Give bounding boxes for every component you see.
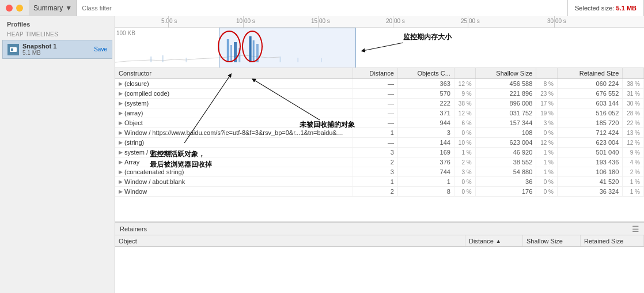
retainers-table-header: Object Distance ▲ Shallow Size Retained … [115,235,644,247]
expand-arrow-icon[interactable]: ▶ [119,149,123,155]
cell-distance-3: — [353,108,398,118]
expand-arrow-icon[interactable]: ▶ [119,140,123,145]
top-bar: Summary ▼ Selected size: 5.1 MB [0,0,644,16]
table-row[interactable]: ▶ Window / about:blank 1 1 0 % 36 0 % 41… [115,177,644,187]
toolbar-right: Summary ▼ Selected size: 5.1 MB [29,0,644,16]
cell-ret-pct-6: 12 % [623,138,644,148]
expand-arrow-icon[interactable]: ▶ [119,120,123,126]
cell-objects-11: 8 [397,187,454,197]
table-row[interactable]: ▶ Window / https://www.baidu.com/s?ie=ut… [115,128,644,138]
cell-shallow-9: 54 880 [475,167,536,177]
expand-arrow-icon[interactable]: ▶ [119,91,123,96]
cell-distance-6: — [353,138,398,148]
cell-objects-8: 376 [397,157,454,167]
th-objects: Objects C... [397,68,454,79]
cell-distance-11: 2 [353,187,398,197]
svg-rect-2 [227,39,229,62]
snapshot-item[interactable]: Snapshot 1 5.1 MB Save [2,40,112,59]
cell-distance-1: — [353,89,398,99]
dropdown-arrow-icon: ▼ [65,4,72,12]
main-content: Profiles HEAP TIMELINES Snapshot 1 5.1 M… [0,16,644,293]
tick-line-2 [243,16,244,28]
cell-ret-pct-9: 2 % [623,167,644,177]
cell-retained-0: 060 224 [557,79,622,89]
retainers-collapse-icon[interactable]: ☰ [632,225,639,233]
expand-arrow-icon[interactable]: ▶ [119,189,123,194]
cell-ret-pct-5: 13 % [623,128,644,138]
table-row[interactable]: ▶ (concatenated string) 3 744 3 % 54 880… [115,167,644,177]
cell-ret-pct-0: 38 % [623,79,644,89]
cell-sh-pct-3: 19 % [536,108,558,118]
snapshot-icon [7,44,19,55]
cell-constructor-6: ▶ (string) [115,138,353,148]
tick-line-6 [554,16,555,28]
table-row[interactable]: ▶ (system) — 222 38 % 896 008 17 % 603 1… [115,99,644,108]
cell-sh-pct-1: 23 % [536,89,558,99]
snapshot-name: Snapshot 1 [22,43,94,50]
cell-objects-6: 144 [397,138,454,148]
table-row[interactable]: ▶ (array) — 371 12 % 031 752 19 % 516 05… [115,108,644,118]
expand-arrow-icon[interactable]: ▶ [119,169,123,175]
th-objects-pct [454,68,475,79]
cell-obj-pct-7: 1 % [454,148,475,157]
save-link[interactable]: Save [94,46,107,52]
table-row[interactable]: ▶ (compiled code) — 570 9 % 221 896 23 %… [115,89,644,99]
svg-rect-1 [11,48,13,51]
cell-shallow-8: 38 552 [475,157,536,167]
ruler-tick-3: 15.00 s [311,18,330,24]
selected-size-display: Selected size: 5.1 MB [568,0,644,16]
sidebar: Profiles HEAP TIMELINES Snapshot 1 5.1 M… [0,16,115,293]
window-controls [0,5,29,12]
svg-rect-7 [253,40,255,62]
cell-retained-7: 501 040 [557,148,622,157]
sort-arrow-icon: ▲ [496,238,501,244]
svg-rect-4 [234,42,237,62]
th-retained-pct [623,68,644,79]
table-row[interactable]: ▶ (closure) — 363 12 % 456 588 8 % 060 2… [115,79,644,89]
cell-obj-pct-6: 10 % [454,138,475,148]
snapshot-size: 5.1 MB [22,50,94,56]
table-row[interactable]: ▶ Window 2 8 0 % 176 0 % 36 324 1 % [115,187,644,197]
table-row[interactable]: ▶ Object — 944 6 % 157 344 3 % 185 720 2… [115,118,644,128]
expand-arrow-icon[interactable]: ▶ [119,159,123,165]
data-table: Constructor Distance Objects C... Shallo… [115,68,644,197]
ret-col-distance: Distance ▲ [465,235,523,246]
minimize-button[interactable] [16,5,23,12]
table-row[interactable]: ▶ (string) — 144 10 % 623 004 12 % 623 0… [115,138,644,148]
summary-label: Summary [33,4,63,12]
svg-rect-12 [280,57,281,62]
cell-distance-9: 3 [353,167,398,177]
expand-arrow-icon[interactable]: ▶ [119,81,123,87]
cell-constructor-11: ▶ Window [115,187,353,197]
expand-arrow-icon[interactable]: ▶ [119,179,123,185]
cell-constructor-2: ▶ (system) [115,99,353,108]
cell-objects-0: 363 [397,79,454,89]
expand-arrow-icon[interactable]: ▶ [119,130,123,136]
table-row[interactable]: ▶ system / Context 3 169 1 % 46 920 1 % … [115,148,644,157]
th-constructor: Constructor [115,68,353,79]
cell-obj-pct-5: 0 % [454,128,475,138]
cell-retained-2: 603 144 [557,99,622,108]
svg-rect-11 [185,58,187,62]
class-filter-input[interactable] [82,5,563,12]
close-button[interactable] [6,5,13,12]
expand-arrow-icon[interactable]: ▶ [119,100,123,106]
cell-constructor-8: ▶ Array [115,157,353,167]
cell-ret-pct-3: 28 % [623,108,644,118]
ruler-tick-1: 5.00 s [161,18,177,24]
table-row[interactable]: ▶ Array 2 376 2 % 38 552 1 % 193 436 4 % [115,157,644,167]
cell-distance-10: 1 [353,177,398,187]
heap-timelines-label: HEAP TIMELINES [0,30,115,39]
tick-line-5 [468,16,468,28]
cell-retained-8: 193 436 [557,157,622,167]
cell-constructor-5: ▶ Window / https://www.baidu.com/s?ie=ut… [115,128,353,138]
summary-dropdown[interactable]: Summary ▼ [29,0,77,16]
cell-retained-6: 623 004 [557,138,622,148]
cell-distance-0: — [353,79,398,89]
cell-shallow-11: 176 [475,187,536,197]
cell-distance-7: 3 [353,148,398,157]
cell-sh-pct-4: 3 % [536,118,558,128]
table-container[interactable]: Constructor Distance Objects C... Shallo… [115,68,644,221]
expand-arrow-icon[interactable]: ▶ [119,110,123,116]
cell-ret-pct-11: 1 % [623,187,644,197]
